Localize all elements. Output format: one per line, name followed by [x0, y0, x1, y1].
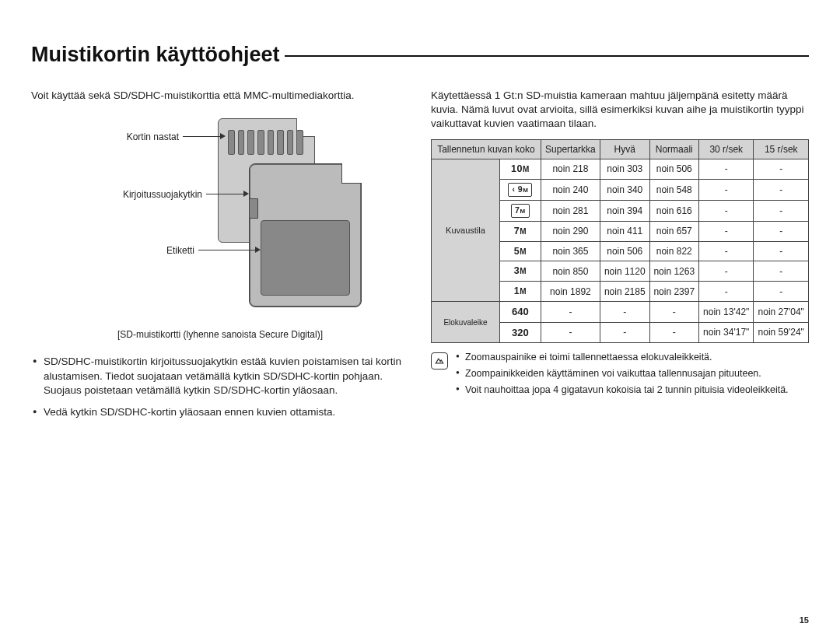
cell: noin 1892	[541, 282, 600, 302]
cell: -	[754, 179, 809, 200]
cell-size: 640	[499, 302, 541, 323]
intro-left: Voit käyttää sekä SD/SDHC-muistikorttia …	[31, 89, 409, 103]
cell: noin 506	[649, 159, 698, 179]
cell-size: 1M	[499, 282, 541, 302]
cell: -	[600, 322, 649, 343]
cell-size: 320	[499, 322, 541, 343]
callout-write-protect: Kirjoitussuojakytkin	[47, 188, 202, 201]
cell: -	[699, 200, 754, 221]
cell: -	[699, 282, 754, 302]
th-superfine: Supertarkka	[541, 139, 600, 159]
page-title: Muistikortin käyttöohjeet	[31, 43, 280, 67]
cell: -	[649, 302, 698, 323]
cell: noin 394	[600, 200, 649, 221]
section-movie: Elokuvaleike	[432, 302, 500, 343]
cell: noin 1263	[649, 261, 698, 282]
cell: noin 548	[649, 179, 698, 200]
right-column: Käytettäessä 1 Gt:n SD-muistia kameraan …	[431, 89, 809, 427]
callout-pins: Kortin nastat	[47, 131, 179, 143]
cell: noin 59'24"	[754, 322, 809, 343]
cell-size: 3M	[499, 261, 541, 282]
note-icon	[431, 352, 448, 370]
cell: noin 657	[649, 221, 698, 241]
th-normal: Normaali	[649, 139, 698, 159]
cell: -	[699, 159, 754, 179]
th-size: Tallennetun kuvan koko	[432, 139, 541, 159]
cell: -	[754, 159, 809, 179]
cell: noin 240	[541, 179, 600, 200]
cell-size: 10M	[499, 159, 541, 179]
cell: -	[600, 302, 649, 323]
cell: noin 1120	[600, 261, 649, 282]
cell-size: 7M	[499, 200, 541, 221]
section-shoot: Kuvaustila	[432, 159, 500, 301]
th-30fps: 30 r/sek	[699, 139, 754, 159]
cell-size: 7M	[499, 221, 541, 241]
bullet-item: SD/SDHC-muistikortin kirjoitussuojakytki…	[33, 355, 409, 398]
cell: noin 27'04"	[754, 302, 809, 323]
cell: noin 281	[541, 200, 600, 221]
sd-card-diagram: Kortin nastat Kirjoitussuojakytkin Etike…	[47, 110, 373, 321]
left-bullet-list: SD/SDHC-muistikortin kirjoitussuojakytki…	[31, 355, 409, 419]
cell: noin 411	[600, 221, 649, 241]
card-label-area-icon	[261, 220, 350, 296]
cell: -	[754, 221, 809, 241]
th-15fps: 15 r/sek	[754, 139, 809, 159]
cell: noin 2185	[600, 282, 649, 302]
cell: noin 506	[600, 241, 649, 261]
cell: noin 34'17"	[699, 322, 754, 343]
cell: -	[541, 302, 600, 323]
title-rule	[285, 55, 809, 57]
cell: noin 218	[541, 159, 600, 179]
note-item: Zoomauspainike ei toimi tallennettaessa …	[456, 351, 789, 364]
diagram-caption: [SD-muistikortti (lyhenne sanoista Secur…	[31, 328, 409, 341]
callout-label: Etiketti	[47, 244, 194, 257]
bullet-item: Vedä kytkin SD/SDHC-kortin yläosaan enne…	[33, 405, 409, 419]
cell-size: ‹ 9M	[499, 179, 541, 200]
left-column: Voit käyttää sekä SD/SDHC-muistikorttia …	[31, 89, 409, 427]
note-item: Zoompainikkeiden käyttäminen voi vaikutt…	[456, 367, 789, 380]
cell: -	[754, 261, 809, 282]
cell: noin 822	[649, 241, 698, 261]
card-contacts-icon	[228, 130, 303, 155]
cell: -	[754, 241, 809, 261]
cell: noin 2397	[649, 282, 698, 302]
th-fine: Hyvä	[600, 139, 649, 159]
capacity-table: Tallennetun kuvan koko Supertarkka Hyvä …	[431, 139, 809, 344]
cell: noin 340	[600, 179, 649, 200]
cell: -	[649, 322, 698, 343]
note-item: Voit nauhoittaa jopa 4 gigatavun kokoisi…	[456, 384, 789, 397]
cell-size: 5M	[499, 241, 541, 261]
page-number: 15	[800, 615, 809, 625]
cell: -	[754, 200, 809, 221]
cell: noin 13'42"	[699, 302, 754, 323]
cell: -	[699, 261, 754, 282]
cell: noin 850	[541, 261, 600, 282]
cell: noin 290	[541, 221, 600, 241]
cell: -	[754, 282, 809, 302]
cell: -	[699, 241, 754, 261]
cell: noin 365	[541, 241, 600, 261]
notes-block: Zoomauspainike ei toimi tallennettaessa …	[431, 351, 809, 400]
cell: -	[699, 179, 754, 200]
sd-card-front	[249, 163, 362, 307]
cell: noin 303	[600, 159, 649, 179]
cell: noin 616	[649, 200, 698, 221]
write-protect-switch-icon	[249, 198, 258, 219]
cell: -	[541, 322, 600, 343]
cell: -	[699, 221, 754, 241]
intro-right: Käytettäessä 1 Gt:n SD-muistia kameraan …	[431, 89, 809, 131]
